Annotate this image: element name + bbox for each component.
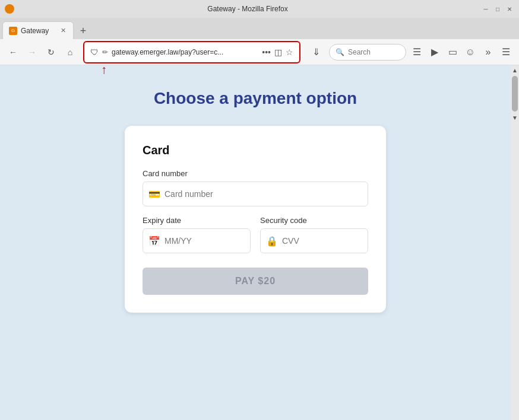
tab-close-button[interactable]: ✕ xyxy=(59,27,67,35)
shield-icon: 🛡 xyxy=(90,47,99,57)
arrow-indicator: ↑ xyxy=(101,63,107,77)
expiry-group: Expiry date 📅 xyxy=(143,216,251,253)
scrollbar: ▲ ▼ xyxy=(511,65,519,420)
expiry-input-wrapper: 📅 xyxy=(143,228,251,253)
reload-button[interactable]: ↻ xyxy=(43,44,59,61)
card-number-label: Card number xyxy=(143,169,368,178)
page-content: Choose a payment option Card Card number… xyxy=(0,65,511,420)
download-area: ⇓ xyxy=(308,44,324,61)
minimize-button[interactable]: ─ xyxy=(481,4,490,14)
card-number-group: Card number 💳 xyxy=(143,169,368,206)
address-bar-outline: 🛡 ✏ gateway.emerger.law/pay?user=c... ••… xyxy=(83,41,300,63)
url-text: gateway.emerger.law/pay?user=c... xyxy=(112,48,258,56)
calendar-icon: 📅 xyxy=(148,236,160,247)
bookmarks-icon[interactable]: ☰ xyxy=(409,44,425,61)
new-tab-button[interactable]: + xyxy=(75,23,91,39)
reader-mode-icon[interactable]: ▭ xyxy=(444,44,461,61)
search-icon: 🔍 xyxy=(336,48,344,56)
card-number-input[interactable] xyxy=(143,182,368,206)
card-form: Card Card number 💳 Expiry date 📅 xyxy=(125,126,386,313)
overflow-icon[interactable]: » xyxy=(480,44,496,61)
lock-icon: 🔒 xyxy=(266,236,278,247)
more-options-button[interactable]: ••• xyxy=(262,47,271,57)
edit-icon: ✏ xyxy=(102,48,108,56)
expiry-label: Expiry date xyxy=(143,216,251,225)
restore-button[interactable]: □ xyxy=(493,4,502,14)
address-bar-wrapper: 🛡 ✏ gateway.emerger.law/pay?user=c... ••… xyxy=(83,41,300,63)
tab-favicon: G xyxy=(9,27,17,35)
close-button[interactable]: ✕ xyxy=(505,4,514,14)
pocket-icon[interactable]: ◫ xyxy=(274,47,282,57)
card-icon: 💳 xyxy=(148,189,160,200)
download-button[interactable]: ⇓ xyxy=(308,44,324,61)
menu-button[interactable]: ☰ xyxy=(498,44,514,61)
extensions-icon[interactable]: ▶ xyxy=(426,44,443,61)
search-placeholder: Search xyxy=(348,48,371,56)
pay-button[interactable]: PAY $20 xyxy=(143,268,368,295)
scroll-up-arrow[interactable]: ▲ xyxy=(511,65,519,75)
card-form-heading: Card xyxy=(143,144,368,157)
security-label: Security code xyxy=(260,216,368,225)
tab-bar: G Gateway ✕ + xyxy=(0,18,519,39)
search-bar[interactable]: 🔍 Search xyxy=(329,44,406,61)
bookmark-icon[interactable]: ☆ xyxy=(286,47,293,57)
security-input-wrapper: 🔒 xyxy=(260,228,368,253)
window-title: Gateway - Mozilla Firefox xyxy=(19,5,476,13)
forward-button[interactable]: → xyxy=(24,44,40,61)
home-button[interactable]: ⌂ xyxy=(62,44,78,61)
account-icon[interactable]: ☺ xyxy=(462,44,479,61)
nav-right-icons: ☰ ▶ ▭ ☺ » ☰ xyxy=(409,44,514,61)
page-title: Choose a payment option xyxy=(154,89,357,108)
card-number-input-wrapper: 💳 xyxy=(143,182,368,206)
expiry-security-row: Expiry date 📅 Security code 🔒 xyxy=(143,216,368,263)
scrollbar-thumb[interactable] xyxy=(512,76,518,112)
back-button[interactable]: ← xyxy=(5,44,21,61)
window-controls: ─ □ ✕ xyxy=(481,4,514,14)
security-group: Security code 🔒 xyxy=(260,216,368,253)
browser-content-wrapper: Choose a payment option Card Card number… xyxy=(0,65,519,420)
title-bar: Gateway - Mozilla Firefox ─ □ ✕ xyxy=(0,0,519,18)
window-icon xyxy=(5,4,14,14)
address-bar[interactable]: 🛡 ✏ gateway.emerger.law/pay?user=c... ••… xyxy=(86,43,298,61)
tab-label: Gateway xyxy=(21,27,49,35)
nav-bar: ← → ↻ ⌂ 🛡 ✏ gateway.emerger.law/pay?user… xyxy=(0,39,519,65)
scroll-down-arrow[interactable]: ▼ xyxy=(511,113,519,122)
active-tab[interactable]: G Gateway ✕ xyxy=(2,21,74,39)
